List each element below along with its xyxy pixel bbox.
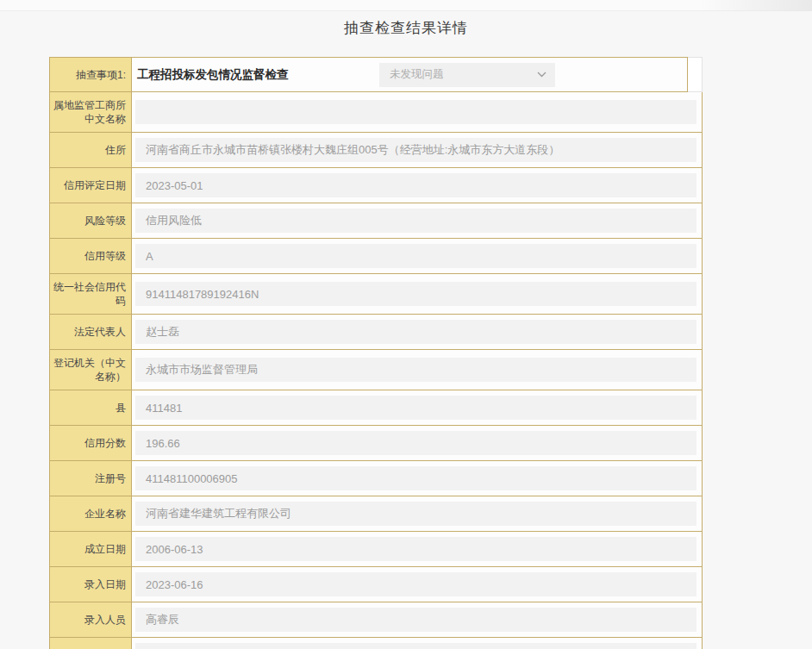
inspection-item-value: 工程招投标发包情况监督检查 未发现问题 xyxy=(132,58,687,91)
field-label: 县 xyxy=(50,390,132,425)
field-label: 注册号 xyxy=(50,461,132,496)
form-row: 属地监管工商所中文名称 xyxy=(49,91,703,133)
field-label: 企业名称 xyxy=(50,496,132,531)
field-value-input[interactable]: 196.66 xyxy=(135,431,696,455)
field-label: 信用等级 xyxy=(50,239,132,273)
form-row: 信用等级 A xyxy=(49,238,703,274)
field-value-cell: 河南省建华建筑工程有限公司 xyxy=(132,496,702,531)
chevron-down-icon xyxy=(537,72,547,78)
form-row: 录入日期 2023-06-16 xyxy=(49,566,703,602)
inspection-item-row: 抽查事项1: 工程招投标发包情况监督检查 未发现问题 xyxy=(49,57,703,92)
form-row: 登记机关（中文名称） 永城市市场监督管理局 xyxy=(49,349,703,390)
field-value-input[interactable] xyxy=(135,100,696,124)
field-value-cell: 196.66 xyxy=(132,426,702,460)
form-row: 企业名称 河南省建华建筑工程有限公司 xyxy=(49,496,703,532)
form-row: 录入人员 高睿辰 xyxy=(49,602,703,638)
inspection-extra-cell xyxy=(688,57,703,92)
field-value-input[interactable]: 2023-05-01 xyxy=(135,173,696,197)
field-value-cell: 91411481789192416N xyxy=(132,274,702,314)
field-value-cell: 2006-06-13 xyxy=(132,532,702,566)
field-label: 统一社会信用代码 xyxy=(50,274,132,314)
field-label: 登记机关（中文名称） xyxy=(50,350,132,390)
form-table-rows: 属地监管工商所中文名称 住所 河南省商丘市永城市苗桥镇张楼村大魏庄组005号（经… xyxy=(49,91,703,649)
field-value-input[interactable]: A xyxy=(135,244,696,268)
form-row: 统一社会信用代码 91411481789192416N xyxy=(49,273,703,315)
field-label: 信用分数 xyxy=(50,426,132,460)
field-value-cell: 信用风险低 xyxy=(132,203,702,238)
form-row: 成立日期 2006-06-13 xyxy=(49,531,703,567)
field-label: 抽查事项1: xyxy=(50,58,132,91)
field-value-input[interactable]: 2006-06-13 xyxy=(135,537,696,561)
field-label: 法定代表人 xyxy=(50,315,132,349)
field-label xyxy=(50,638,132,649)
field-value-input[interactable]: 河南省建华建筑工程有限公司 xyxy=(135,502,696,526)
field-label: 录入人员 xyxy=(50,602,132,637)
field-value-input[interactable]: 赵士磊 xyxy=(135,320,696,344)
field-value-input[interactable]: 91411481789192416N xyxy=(135,282,696,306)
inspection-item-name: 工程招投标发包情况监督检查 xyxy=(137,67,289,83)
form-table: 抽查事项1: 工程招投标发包情况监督检查 未发现问题 属 xyxy=(49,57,703,649)
field-value-cell: 411481 xyxy=(132,390,702,425)
field-value-cell: 2023-06-16 xyxy=(132,567,702,602)
field-value-cell: 永城市市场监督管理局 xyxy=(132,350,702,390)
field-value-input[interactable]: 2023-06-16 xyxy=(135,572,696,596)
page-title: 抽查检查结果详情 xyxy=(0,18,812,38)
form-row: 县 411481 xyxy=(49,390,703,426)
field-value-cell: 赵士磊 xyxy=(132,315,702,349)
inspection-result-select[interactable]: 未发现问题 xyxy=(379,63,555,87)
field-value-input[interactable]: 永城市市场监督管理局 xyxy=(135,358,696,382)
field-value-cell: 高睿辰 xyxy=(132,602,702,637)
field-label: 录入日期 xyxy=(50,567,132,602)
form-row xyxy=(49,637,703,649)
spot-check-detail-page: 抽查检查结果详情 抽查事项1: 工程招投标发包情况监督检查 未发现问题 xyxy=(0,0,812,649)
inspection-item-main: 抽查事项1: 工程招投标发包情况监督检查 未发现问题 xyxy=(49,57,688,92)
field-label: 住所 xyxy=(50,133,132,167)
form-row: 信用分数 196.66 xyxy=(49,425,703,461)
field-label: 属地监管工商所中文名称 xyxy=(50,92,132,132)
field-label: 信用评定日期 xyxy=(50,168,132,203)
form-row: 法定代表人 赵士磊 xyxy=(49,314,703,350)
top-bar-shade xyxy=(700,0,812,11)
field-value-cell xyxy=(132,92,702,132)
field-value-input[interactable]: 信用风险低 xyxy=(135,209,696,233)
field-value-cell xyxy=(132,638,702,649)
field-value-input[interactable]: 411481 xyxy=(135,396,696,420)
field-value-input[interactable]: 高睿辰 xyxy=(135,608,696,632)
field-value-input[interactable]: 河南省商丘市永城市苗桥镇张楼村大魏庄组005号（经营地址:永城市东方大道东段） xyxy=(135,138,696,162)
field-value-cell: 河南省商丘市永城市苗桥镇张楼村大魏庄组005号（经营地址:永城市东方大道东段） xyxy=(132,133,702,167)
form-row: 住所 河南省商丘市永城市苗桥镇张楼村大魏庄组005号（经营地址:永城市东方大道东… xyxy=(49,132,703,168)
field-label: 成立日期 xyxy=(50,532,132,566)
form-row: 风险等级 信用风险低 xyxy=(49,203,703,239)
inspection-result-value: 未发现问题 xyxy=(390,67,444,82)
field-value-input[interactable]: 411481100006905 xyxy=(135,466,696,490)
form-row: 注册号 411481100006905 xyxy=(49,460,703,496)
field-value-input[interactable] xyxy=(135,643,696,649)
field-value-cell: A xyxy=(132,239,702,273)
form-row: 信用评定日期 2023-05-01 xyxy=(49,167,703,203)
field-label: 风险等级 xyxy=(50,203,132,238)
field-value-cell: 411481100006905 xyxy=(132,461,702,496)
field-value-cell: 2023-05-01 xyxy=(132,168,702,203)
top-bar xyxy=(0,0,812,11)
